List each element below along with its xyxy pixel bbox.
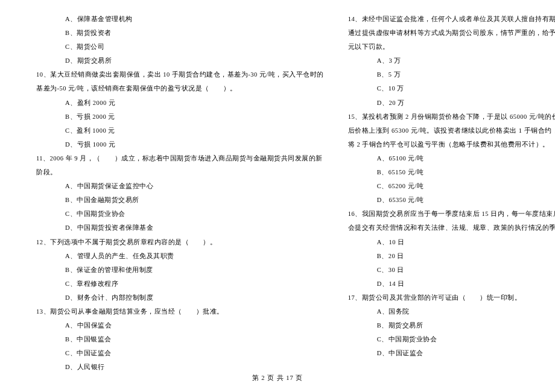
q13-line: 13、期货公司从事金融期货结算业务，应当经（ ）批准。 <box>36 305 324 318</box>
q10-option-a: A、盈利 2000 元 <box>36 96 324 110</box>
q10-option-b: B、亏损 2000 元 <box>36 110 324 124</box>
q16-option-d: D、14 日 <box>348 277 555 291</box>
q14-option-a: A、3 万 <box>348 54 555 68</box>
exam-page: A、保障基金管理机构 B、期货投资者 C、期货公司 D、期货交易所 10、某大豆… <box>0 0 555 392</box>
q14-line2: 通过提供虚假申请材料等方式成为期货公司股东，情节严重的，给予警告，单处或者并处（… <box>348 26 555 40</box>
q15-line1: 15、某投机者预测 2 月份铜期货价格会下降，于是以 65000 元/吨的价格卖… <box>348 110 555 124</box>
right-column: 14、未经中国证监会批准，任何个人或者单位及其关联人擅自持有期货公司 5%以上股… <box>336 12 555 374</box>
q15-option-a: A、65100 元/吨 <box>348 151 555 165</box>
q10-line2: 基差为-50 元/吨，该经销商在套期保值中的盈亏状况是（ ）。 <box>36 81 324 95</box>
left-column: A、保障基金管理机构 B、期货投资者 C、期货公司 D、期货交易所 10、某大豆… <box>24 12 336 374</box>
q9-option-d: D、期货交易所 <box>36 54 324 68</box>
q11-line1: 11、2006 年 9 月，（ ）成立，标志着中国期货市场进入商品期货与金融期货… <box>36 151 324 165</box>
q16-option-b: B、20 日 <box>348 249 555 263</box>
q10-line1: 10、某大豆经销商做卖出套期保值，卖出 10 手期货合约建仓，基差为-30 元/… <box>36 68 324 81</box>
q9-option-b: B、期货投资者 <box>36 26 324 40</box>
q17-option-c: C、中国期货业协会 <box>348 332 555 346</box>
q9-option-a: A、保障基金管理机构 <box>36 12 324 26</box>
q13-option-c: C、中国证监会 <box>36 346 324 360</box>
q14-line3: 元以下罚款。 <box>348 40 555 54</box>
q17-line: 17、期货公司及其营业部的许可证由（ ）统一印制。 <box>348 291 555 305</box>
q12-option-d: D、财务会计、内部控制制度 <box>36 291 324 305</box>
q11-option-c: C、中国期货业协会 <box>36 207 324 221</box>
q15-line2: 后价格上涨到 65300 元/吨。该投资者继续以此价格卖出 1 手铜合约，则当价… <box>348 124 555 138</box>
page-footer: 第 2 页 共 17 页 <box>0 374 555 392</box>
q12-option-b: B、保证金的管理和使用制度 <box>36 263 324 277</box>
q16-line2: 会提交有关经营情况和有关法律、法规、规章、政策的执行情况的季度和年度工作报告。 <box>348 221 555 235</box>
q13-option-d: D、人民银行 <box>36 360 324 374</box>
q13-option-a: A、中国保监会 <box>36 318 324 332</box>
q9-option-c: C、期货公司 <box>36 40 324 54</box>
two-column-layout: A、保障基金管理机构 B、期货投资者 C、期货公司 D、期货交易所 10、某大豆… <box>0 0 555 374</box>
q17-option-d: D、中国证监会 <box>348 346 555 360</box>
q12-line: 12、下列选项中不属于期货交易所章程内容的是（ ）。 <box>36 235 324 249</box>
q15-line3: 将 2 手铜合约平仓可以盈亏平衡（忽略手续费和其他费用不计）。 <box>348 138 555 151</box>
q14-option-b: B、5 万 <box>348 68 555 81</box>
q15-option-c: C、65200 元/吨 <box>348 179 555 193</box>
q15-option-d: D、65350 元/吨 <box>348 193 555 207</box>
q15-option-b: B、65150 元/吨 <box>348 165 555 179</box>
q11-option-d: D、中国期货投资者保障基金 <box>36 221 324 235</box>
q12-option-c: C、章程修改程序 <box>36 277 324 291</box>
q11-option-b: B、中国金融期货交易所 <box>36 193 324 207</box>
q11-option-a: A、中国期货保证金监控中心 <box>36 179 324 193</box>
q12-option-a: A、管理人员的产生、任免及其职责 <box>36 249 324 263</box>
q16-option-a: A、10 日 <box>348 235 555 249</box>
q14-option-c: C、10 万 <box>348 81 555 95</box>
q10-option-c: C、盈利 1000 元 <box>36 124 324 138</box>
q11-line2: 阶段。 <box>36 165 324 179</box>
q14-option-d: D、20 万 <box>348 96 555 110</box>
q10-option-d: D、亏损 1000 元 <box>36 138 324 151</box>
q14-line1: 14、未经中国证监会批准，任何个人或者单位及其关联人擅自持有期货公司 5%以上股… <box>348 12 555 26</box>
q16-line1: 16、我国期货交易所应当于每一季度结束后 15 日内，每一年度结束后（ ）内，向… <box>348 207 555 221</box>
q17-option-b: B、期货交易所 <box>348 318 555 332</box>
q17-option-a: A、国务院 <box>348 305 555 318</box>
q13-option-b: B、中国银监会 <box>36 332 324 346</box>
q16-option-c: C、30 日 <box>348 263 555 277</box>
